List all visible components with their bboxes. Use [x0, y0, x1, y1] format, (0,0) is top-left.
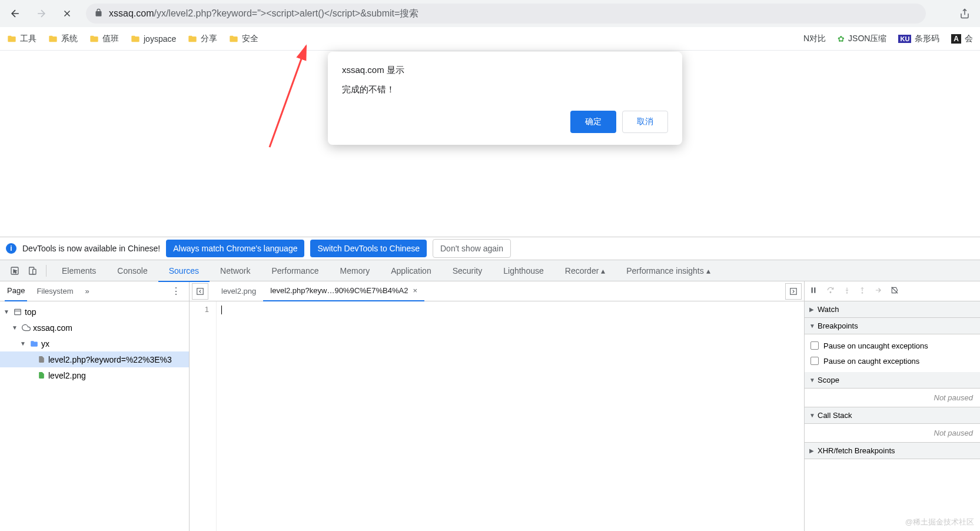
back-button[interactable]	[5, 3, 26, 24]
code-area[interactable]	[217, 301, 804, 531]
bookmark-compare[interactable]: N对比	[803, 34, 826, 44]
devtools-locale-banner: i DevTools is now available in Chinese! …	[0, 237, 980, 260]
tab-memory[interactable]: Memory	[330, 260, 381, 281]
svg-line-0	[270, 46, 306, 147]
watermark: @稀土掘金技术社区	[905, 517, 974, 527]
editor-nav-icon[interactable]	[192, 283, 208, 300]
panel-scope[interactable]: ▼Scope	[805, 372, 980, 389]
bookmark-item-2[interactable]: 值班	[89, 34, 119, 44]
dont-show-button[interactable]: Don't show again	[433, 239, 511, 258]
bookmark-item-5[interactable]: 安全	[229, 34, 258, 44]
tab-performance[interactable]: Performance	[261, 260, 329, 281]
close-icon[interactable]: ×	[413, 286, 417, 295]
stop-button[interactable]	[57, 3, 78, 24]
browser-toolbar: xssaq.com/yx/level2.php?keyword="><scrip…	[0, 0, 980, 27]
tab-sources[interactable]: Sources	[158, 260, 210, 281]
panel-xhr[interactable]: ▶XHR/fetch Breakpoints	[805, 443, 980, 459]
tab-lighthouse[interactable]: Lighthouse	[493, 260, 554, 281]
panel-watch[interactable]: ▶Watch	[805, 301, 980, 318]
panel-call-stack[interactable]: ▼Call Stack	[805, 407, 980, 424]
sources-editor: level2.png level2.php?keyw…90%9C%E7%B4%A…	[190, 281, 805, 531]
scope-not-paused: Not paused	[805, 389, 980, 407]
switch-devtools-button[interactable]: Switch DevTools to Chinese	[310, 240, 427, 257]
sources-navigator: Page Filesystem » ⋮ ▼top ▼xssaq.com ▼yx …	[0, 281, 190, 531]
dialog-cancel-button[interactable]: 取消	[622, 111, 668, 133]
deactivate-breakpoints-icon[interactable]	[891, 286, 899, 296]
pause-icon[interactable]	[809, 286, 818, 296]
tab-console[interactable]: Console	[107, 260, 158, 281]
address-bar[interactable]: xssaq.com/yx/level2.php?keyword="><scrip…	[86, 4, 926, 24]
bookmarks-bar: 工具 系统 值班 joyspace 分享 安全 N对比 ✿JSON压缩 KU条形…	[0, 27, 980, 51]
window-icon	[13, 307, 22, 317]
step-over-icon[interactable]	[826, 286, 835, 296]
annotation-arrow	[264, 41, 323, 153]
file-tab-png[interactable]: level2.png	[214, 281, 263, 301]
line-gutter: 1	[190, 301, 217, 531]
a-icon: A	[951, 34, 961, 44]
tab-network[interactable]: Network	[210, 260, 261, 281]
subtab-menu-icon[interactable]: ⋮	[168, 286, 184, 297]
editor-toggle-icon[interactable]	[785, 283, 802, 300]
svg-rect-7	[790, 288, 797, 294]
bookmark-json-compress[interactable]: ✿JSON压缩	[838, 34, 886, 44]
tree-domain[interactable]: ▼xssaq.com	[0, 320, 189, 336]
always-match-button[interactable]: Always match Chrome's language	[166, 240, 304, 257]
checkbox-icon[interactable]	[810, 341, 819, 350]
bookmark-barcode[interactable]: KU条形码	[898, 34, 939, 44]
tree-file-php[interactable]: level2.php?keyword=%22%3E%3	[0, 351, 189, 367]
page-content: xssaq.com 显示 完成的不错！ 确定 取消	[0, 51, 980, 237]
tab-recorder[interactable]: Recorder ▴	[554, 260, 616, 281]
folder-icon	[29, 339, 39, 349]
tab-application[interactable]: Application	[380, 260, 442, 281]
file-icon	[36, 355, 46, 364]
svg-rect-4	[15, 309, 21, 314]
pause-caught-row[interactable]: Pause on caught exceptions	[810, 353, 974, 369]
bookmark-item-0[interactable]: 工具	[7, 34, 36, 44]
dialog-message: 完成的不错！	[342, 84, 668, 95]
tree-top[interactable]: ▼top	[0, 304, 189, 320]
svg-point-10	[830, 292, 831, 293]
pause-uncaught-row[interactable]: Pause on uncaught exceptions	[810, 338, 974, 353]
svg-rect-9	[814, 287, 815, 293]
svg-rect-8	[812, 287, 813, 293]
info-icon: i	[6, 243, 16, 254]
step-into-icon[interactable]	[843, 286, 851, 296]
cloud-icon	[21, 323, 31, 333]
step-icon[interactable]	[874, 286, 882, 296]
banner-text: DevTools is now available in Chinese!	[22, 244, 160, 253]
forward-button[interactable]	[31, 3, 52, 24]
panel-breakpoints[interactable]: ▼Breakpoints	[805, 318, 980, 334]
tab-elements[interactable]: Elements	[51, 260, 107, 281]
bookmark-item-4[interactable]: 分享	[188, 34, 217, 44]
dialog-title: xssaq.com 显示	[342, 65, 668, 76]
bookmark-item-3[interactable]: joyspace	[131, 34, 176, 44]
folder-icon	[229, 34, 238, 44]
inspect-icon[interactable]	[6, 262, 24, 280]
folder-icon	[188, 34, 197, 44]
url-path: /yx/level2.php?keyword="><script>alert()…	[154, 8, 418, 20]
tree-file-png[interactable]: level2.png	[0, 367, 189, 383]
svg-point-12	[862, 293, 863, 294]
devtools-body: Page Filesystem » ⋮ ▼top ▼xssaq.com ▼yx …	[0, 281, 980, 531]
url-host: xssaq.com	[109, 8, 154, 19]
alert-dialog: xssaq.com 显示 完成的不错！ 确定 取消	[328, 52, 682, 145]
checkbox-icon[interactable]	[810, 357, 819, 365]
device-toggle-icon[interactable]	[24, 262, 41, 280]
step-out-icon[interactable]	[859, 286, 866, 296]
bookmark-meeting[interactable]: A会	[951, 34, 973, 44]
subtab-more[interactable]: »	[83, 281, 92, 301]
debugger-pane: ▶Watch ▼Breakpoints Pause on uncaught ex…	[805, 281, 980, 531]
share-icon[interactable]	[954, 3, 975, 24]
tree-folder-yx[interactable]: ▼yx	[0, 336, 189, 351]
ku-icon: KU	[898, 35, 911, 43]
tab-security[interactable]: Security	[442, 260, 493, 281]
file-tab-php[interactable]: level2.php?keyw…90%9C%E7%B4%A2×	[263, 281, 424, 301]
clover-icon: ✿	[838, 34, 845, 44]
devtools-tabs: Elements Console Sources Network Perform…	[0, 260, 980, 281]
tab-perf-insights[interactable]: Performance insights ▴	[616, 260, 720, 281]
subtab-page[interactable]: Page	[5, 281, 27, 301]
folder-icon	[48, 34, 58, 44]
subtab-filesystem[interactable]: Filesystem	[34, 281, 75, 301]
dialog-ok-button[interactable]: 确定	[570, 111, 616, 133]
bookmark-item-1[interactable]: 系统	[48, 34, 78, 44]
